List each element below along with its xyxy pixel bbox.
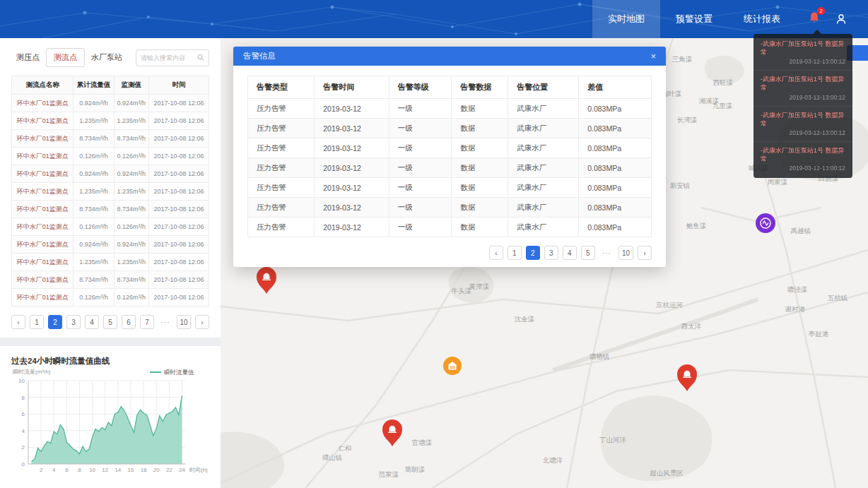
- pagination-next-button[interactable]: ›: [638, 246, 652, 260]
- table-row[interactable]: 环中水厂01监测点0.924m³/h0.924m³/h2017-10-08 12…: [12, 165, 209, 183]
- pagination-page-button[interactable]: 7: [140, 315, 154, 329]
- pagination-ellipsis: ···: [599, 246, 614, 260]
- pagination-page-button[interactable]: 2: [48, 315, 62, 329]
- tab-item[interactable]: 水厂泵站: [86, 49, 127, 66]
- pagination-page-button[interactable]: 3: [544, 246, 558, 260]
- table-cell: 0.924m³/h: [74, 236, 114, 254]
- nav-item[interactable]: 预警设置: [660, 0, 728, 38]
- table-cell: 一级: [389, 99, 452, 119]
- table-row[interactable]: 环中水厂01监测点0.924m³/h0.924m³/h2017-10-08 12…: [12, 95, 209, 112]
- y-tick-label: 2: [22, 444, 25, 451]
- pagination-page-button[interactable]: 2: [526, 246, 540, 260]
- topbar: 实时地图预警设置统计报表 2: [0, 0, 868, 38]
- pagination-page-button[interactable]: 1: [30, 315, 44, 329]
- pagination-page-button[interactable]: 4: [85, 315, 99, 329]
- pressure-station-marker[interactable]: [755, 213, 776, 237]
- pressure-icon: [755, 213, 776, 234]
- table-cell: 0.083MPa: [579, 218, 652, 237]
- alarm-modal-header: 告警信息 ×: [233, 47, 666, 66]
- alarm-pin-marker[interactable]: [380, 418, 404, 451]
- table-cell: 8.734m³/h: [114, 201, 148, 218]
- pagination-page-button[interactable]: 3: [66, 315, 81, 329]
- table-cell: 压力告警: [248, 178, 315, 198]
- pagination-ellipsis: ···: [158, 315, 172, 329]
- table-row: 压力告警2019-03-12一级数据武康水厂0.083MPa: [248, 198, 652, 218]
- table-cell: 环中水厂01监测点: [12, 183, 74, 201]
- table-cell: 0.083MPa: [579, 119, 652, 138]
- pagination-page-button[interactable]: 10: [618, 246, 633, 260]
- tab-active[interactable]: 测流点: [46, 48, 85, 67]
- alarm-toast[interactable]: -武康水厂加压泵站1号 数据异常2019-03-12-13:00:12: [753, 107, 852, 142]
- table-cell: 压力告警: [248, 158, 315, 178]
- table-row[interactable]: 环中水厂01监测点0.126m³/h0.126m³/h2017-10-08 12…: [12, 218, 209, 236]
- x-tick-label: 12: [102, 467, 108, 473]
- pagination-page-button[interactable]: 5: [103, 315, 117, 329]
- water-plant-marker[interactable]: [442, 356, 462, 379]
- table-row[interactable]: 环中水厂01监测点8.734m³/h8.734m³/h2017-10-08 12…: [12, 271, 209, 289]
- table-cell: 2017-10-08 12:06: [148, 289, 209, 307]
- table-cell: 2019-03-12: [315, 178, 389, 198]
- table-cell: 一级: [389, 138, 452, 158]
- column-header: 差值: [579, 76, 652, 99]
- pagination-page-button[interactable]: 5: [581, 246, 595, 260]
- column-header: 告警等级: [389, 76, 452, 99]
- table-cell: 压力告警: [248, 138, 315, 158]
- close-icon[interactable]: ×: [650, 51, 656, 61]
- column-header: 告警类型: [248, 76, 315, 99]
- table-cell: 2017-10-08 12:06: [148, 165, 209, 183]
- x-tick-label: 22: [166, 467, 172, 473]
- flow-table-header-row: 测流点名称累计流量值监测值时间: [12, 76, 209, 95]
- x-tick-label: 10: [89, 467, 95, 473]
- alarm-toast[interactable]: -武康水厂加压泵站1号 数据异常2019-03-12-13:00:12: [753, 35, 852, 71]
- table-cell: 环中水厂01监测点: [12, 201, 74, 218]
- toast-caret: [813, 30, 821, 34]
- pagination-page-button[interactable]: 4: [563, 246, 577, 260]
- alarm-toast[interactable]: -武康水厂加压泵站1号 数据异常2019-03-12-13:00:12: [753, 142, 852, 177]
- table-row[interactable]: 环中水厂01监测点1.235m³/h1.235m³/h2017-10-08 12…: [12, 254, 209, 271]
- table-row[interactable]: 环中水厂01监测点8.734m³/h8.734m³/h2017-10-08 12…: [12, 201, 209, 218]
- table-row[interactable]: 环中水厂01监测点0.126m³/h0.126m³/h2017-10-08 12…: [12, 289, 209, 307]
- user-icon[interactable]: [835, 13, 847, 25]
- table-cell: 数据: [452, 99, 508, 119]
- nav-item[interactable]: 统计报表: [728, 0, 796, 38]
- x-tick-label: 2: [40, 467, 43, 473]
- table-row[interactable]: 环中水厂01监测点8.734m³/h8.734m³/h2017-10-08 12…: [12, 130, 209, 148]
- table-cell: 0.924m³/h: [114, 95, 148, 112]
- column-header: 告警位置: [508, 76, 579, 99]
- search-input[interactable]: [141, 54, 197, 61]
- table-cell: 0.126m³/h: [74, 289, 114, 307]
- pagination-prev-button[interactable]: ‹: [489, 246, 503, 260]
- alarm-toast[interactable]: -武康水厂加压泵站1号 数据异常2019-03-12-13:00:12: [753, 71, 852, 106]
- y-tick-label: 10: [18, 378, 25, 384]
- notification-bell-button[interactable]: 2: [809, 11, 820, 27]
- alarm-pin-marker[interactable]: [675, 363, 699, 395]
- alarm-pin-marker[interactable]: [254, 266, 278, 298]
- pagination-page-button[interactable]: 1: [508, 246, 522, 260]
- pagination-page-button[interactable]: 10: [177, 315, 191, 329]
- y-tick-label: 4: [22, 428, 25, 434]
- alarm-table-header-row: 告警类型告警时间告警等级告警数据告警位置差值: [248, 76, 652, 99]
- table-row: 压力告警2019-03-12一级数据武康水厂0.083MPa: [248, 218, 652, 237]
- table-cell: 2017-10-08 12:06: [148, 95, 209, 112]
- table-cell: 1.235m³/h: [74, 254, 114, 271]
- nav-item[interactable]: 实时地图: [592, 0, 660, 38]
- column-header: 监测值: [114, 76, 148, 95]
- table-cell: 0.126m³/h: [114, 218, 148, 236]
- pagination-prev-button[interactable]: ‹: [11, 315, 25, 329]
- table-row[interactable]: 环中水厂01监测点1.235m³/h1.235m³/h2017-10-08 12…: [12, 183, 209, 201]
- table-row: 压力告警2019-03-12一级数据武康水厂0.083MPa: [248, 158, 652, 178]
- table-row[interactable]: 环中水厂01监测点0.126m³/h0.126m³/h2017-10-08 12…: [12, 148, 209, 165]
- table-row[interactable]: 环中水厂01监测点0.924m³/h0.924m³/h2017-10-08 12…: [12, 236, 209, 254]
- pagination-page-button[interactable]: 6: [122, 315, 136, 329]
- x-tick-label: 24: [179, 467, 185, 473]
- table-cell: 2017-10-08 12:06: [148, 130, 209, 148]
- tab-item[interactable]: 测压点: [11, 49, 45, 66]
- alarm-table-pagination: ‹12345···10›: [247, 246, 652, 260]
- toast-time: 2019-03-12-13:00:12: [761, 165, 845, 172]
- pagination-next-button[interactable]: ›: [195, 315, 209, 329]
- table-cell: 2017-10-08 12:06: [148, 201, 209, 218]
- table-row[interactable]: 环中水厂01监测点1.235m³/h1.235m³/h2017-10-08 12…: [12, 112, 209, 130]
- toast-time: 2019-03-12-13:00:12: [761, 94, 845, 101]
- table-cell: 武康水厂: [508, 198, 579, 218]
- table-cell: 2017-10-08 12:06: [148, 112, 209, 130]
